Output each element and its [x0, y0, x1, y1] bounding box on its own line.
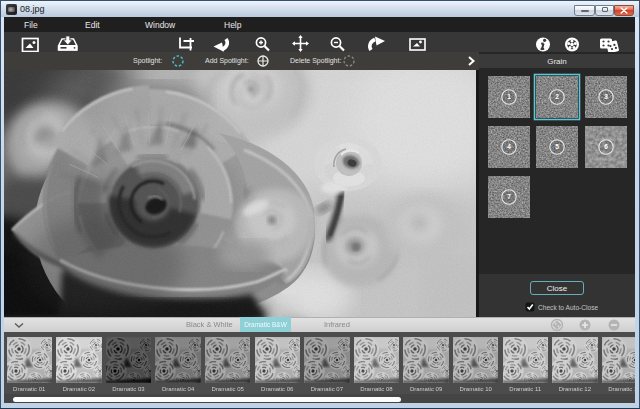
svg-text:7: 7	[507, 193, 511, 200]
svg-text:3: 3	[604, 93, 608, 100]
svg-text:2: 2	[555, 93, 559, 100]
svg-text:1: 1	[507, 93, 511, 100]
svg-text:5: 5	[555, 143, 559, 150]
svg-text:6: 6	[604, 143, 608, 150]
svg-text:4: 4	[507, 143, 511, 150]
